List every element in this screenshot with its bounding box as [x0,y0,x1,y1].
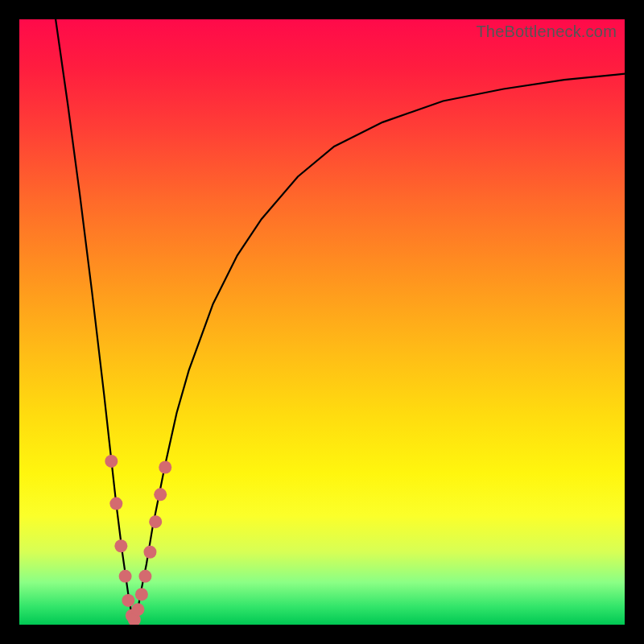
marker-point [143,546,156,559]
marker-point [119,570,132,583]
watermark-text: TheBottleneck.com [476,23,617,41]
marker-point [159,460,171,473]
bottleneck-curve [56,19,625,621]
chart-svg [19,19,625,625]
marker-point [154,488,167,501]
marker-point [105,455,118,468]
marker-point [131,603,144,616]
marker-point [149,515,162,528]
plot-area: TheBottleneck.com [19,19,625,625]
marker-point [122,594,134,607]
chart-frame: TheBottleneck.com [0,0,644,644]
marker-point [114,539,127,552]
marker-point [135,588,148,601]
marker-point [109,497,122,510]
marker-point [138,570,151,583]
